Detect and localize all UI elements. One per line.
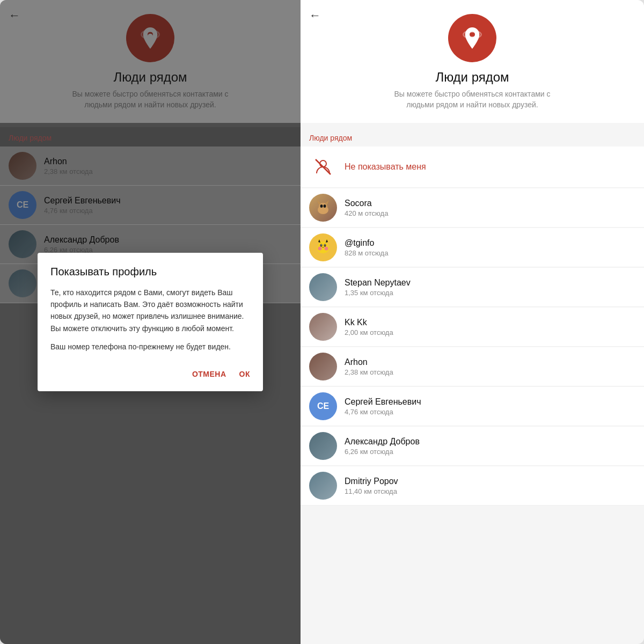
list-item[interactable]: Arhon 2,38 км отсюда <box>301 347 644 386</box>
cat-avatar-icon <box>312 197 334 218</box>
right-location-pin-icon <box>462 27 483 49</box>
svg-point-22 <box>325 245 326 246</box>
not-showing-label: Не показывать меня <box>345 162 426 172</box>
list-item[interactable]: CE Сергей Евгеньевич 4,76 км отсюда <box>301 387 644 426</box>
list-item[interactable]: @tginfo 828 м отсюда <box>301 228 644 267</box>
svg-point-18 <box>325 247 328 251</box>
person-name: Александр Добров <box>345 437 420 447</box>
dialog-box: Показывать профиль Те, кто находится ряд… <box>38 253 263 392</box>
right-section-label: Люди рядом <box>301 127 644 147</box>
svg-point-14 <box>325 206 326 207</box>
person-dist: 6,26 км отсюда <box>345 448 420 456</box>
person-info: @tginfo 828 м отсюда <box>345 238 388 257</box>
dialog-ok-button[interactable]: ОК <box>239 365 250 383</box>
list-item[interactable]: Kk Kk 2,00 км отсюда <box>301 308 644 347</box>
right-header: ← Люди рядом Вы можете быстро обменяться… <box>301 0 644 123</box>
dialog-title: Показывать профиль <box>50 266 250 278</box>
dialog-body: Те, кто находится рядом с Вами, смогут в… <box>50 287 250 353</box>
list-item[interactable]: Александр Добров 6,26 км отсюда <box>301 427 644 466</box>
svg-point-8 <box>319 203 327 210</box>
svg-line-6 <box>316 159 331 174</box>
not-showing-icon <box>309 153 337 181</box>
person-info: Socora 420 м отсюда <box>345 199 388 217</box>
svg-point-13 <box>321 206 323 207</box>
svg-point-17 <box>318 247 322 251</box>
right-screen-title: Люди рядом <box>435 70 509 85</box>
person-info: Stepan Nepytaev 1,35 км отсюда <box>345 278 411 297</box>
person-dist: 11,40 км отсюда <box>345 487 398 495</box>
person-name: Socora <box>345 199 388 208</box>
right-panel: ← Люди рядом Вы можете быстро обменяться… <box>301 0 644 644</box>
dialog-overlay: Показывать профиль Те, кто находится ряд… <box>0 0 301 644</box>
person-info: Kk Kk 2,00 км отсюда <box>345 318 393 336</box>
dialog-body-p1: Те, кто находится рядом с Вами, смогут в… <box>50 287 250 335</box>
avatar <box>309 472 337 500</box>
right-location-icon-wrap <box>448 14 496 62</box>
svg-point-21 <box>321 245 322 246</box>
left-background: ← Люди рядом Вы можете быстро обменяться… <box>0 0 301 644</box>
list-item[interactable]: Dmitriy Popov 11,40 км отсюда <box>301 466 644 506</box>
person-dist: 2,38 км отсюда <box>345 368 393 376</box>
person-dist: 4,76 км отсюда <box>345 408 421 416</box>
left-panel: ← Люди рядом Вы можете быстро обменяться… <box>0 0 301 644</box>
person-info: Arhon 2,38 км отсюда <box>345 357 393 376</box>
person-info: Сергей Евгеньевич 4,76 км отсюда <box>345 397 421 416</box>
person-info: Dmitriy Popov 11,40 км отсюда <box>345 477 398 495</box>
right-back-button[interactable]: ← <box>309 9 321 23</box>
dialog-actions: ОТМЕНА ОК <box>50 359 250 383</box>
person-name: Kk Kk <box>345 318 393 327</box>
list-item[interactable]: Socora 420 м отсюда <box>301 188 644 228</box>
person-dist: 420 м отсюда <box>345 209 388 217</box>
person-crossed-icon <box>313 157 333 177</box>
dialog-cancel-button[interactable]: ОТМЕНА <box>192 365 226 383</box>
svg-point-5 <box>320 160 326 167</box>
person-info: Александр Добров 6,26 км отсюда <box>345 437 420 456</box>
person-name: Stepan Nepytaev <box>345 278 411 288</box>
person-name: Сергей Евгеньевич <box>345 397 421 407</box>
person-name: Dmitriy Popov <box>345 477 398 486</box>
avatar <box>309 353 337 380</box>
avatar: CE <box>309 392 337 420</box>
avatar <box>309 273 337 301</box>
avatar <box>309 432 337 460</box>
dialog-body-p2: Ваш номер телефона по-прежнему не будет … <box>50 341 250 353</box>
avatar <box>309 233 337 261</box>
right-people-section: Люди рядом Не показывать меня <box>301 127 644 506</box>
avatar <box>309 194 337 222</box>
pikachu-avatar-icon <box>312 237 334 258</box>
person-name: Arhon <box>345 357 393 367</box>
person-name: @tginfo <box>345 238 388 248</box>
person-dist: 1,35 км отсюда <box>345 289 411 297</box>
not-showing-item[interactable]: Не показывать меня <box>301 147 644 188</box>
right-screen-subtitle: Вы можете быстро обменяться контактами с… <box>392 89 553 110</box>
list-item[interactable]: Stepan Nepytaev 1,35 км отсюда <box>301 268 644 307</box>
avatar <box>309 313 337 341</box>
person-dist: 2,00 км отсюда <box>345 328 393 336</box>
person-dist: 828 м отсюда <box>345 249 388 257</box>
